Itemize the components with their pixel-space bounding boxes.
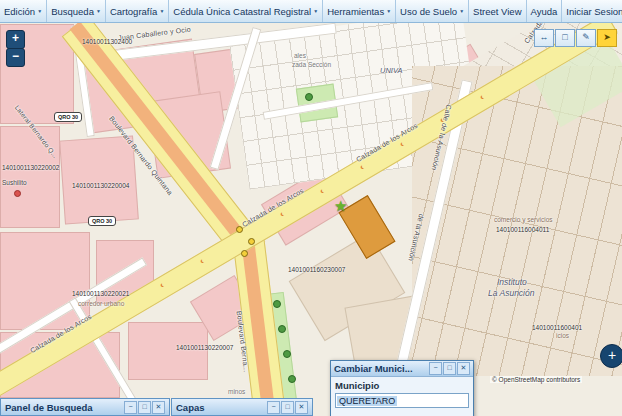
route-shield: QRO 30	[88, 216, 116, 226]
menu-label: Cédula Única Catastral Registral	[173, 6, 311, 17]
chevron-down-icon: ▼	[386, 8, 391, 14]
maximize-icon[interactable]: □	[443, 362, 456, 375]
place-label: UNIVA	[380, 66, 403, 75]
parcel-id-label: 1401001130220004	[72, 182, 129, 189]
maximize-icon[interactable]: □	[281, 401, 294, 414]
draw-tool-icon[interactable]: ✎	[576, 29, 596, 47]
panel-busqueda-bar[interactable]: Panel de Busqueda − □ ✕	[0, 398, 170, 416]
chevron-down-icon: ▼	[96, 8, 101, 14]
maximize-icon[interactable]: □	[138, 401, 151, 414]
place-label: La Asunción	[488, 288, 534, 298]
close-icon[interactable]: ✕	[152, 401, 165, 414]
chevron-down-icon: ▼	[459, 8, 464, 14]
parcel-id-label: 14010011600401	[532, 324, 582, 331]
tree-icon	[288, 375, 296, 383]
traffic-signal-icon	[241, 250, 248, 257]
parcel-id-label: 14010011302400	[82, 38, 132, 45]
menu-street-view[interactable]: Street View	[469, 0, 526, 22]
municipio-input[interactable]: QUERETARO	[335, 393, 469, 408]
cambiar-municipio-window: Cambiar Munici... − □ ✕ Municipio QUERET…	[330, 360, 474, 416]
window-titlebar[interactable]: Cambiar Munici... − □ ✕	[331, 361, 473, 377]
menu-label: Herramientas	[327, 6, 384, 17]
chevron-down-icon: ▼	[159, 8, 164, 14]
window-body: Municipio QUERETARO	[331, 377, 473, 410]
menu-iniciar-sesion[interactable]: Iniciar Sesion	[562, 0, 622, 22]
minimize-icon[interactable]: −	[429, 362, 442, 375]
menu-herramientas[interactable]: Herramientas▼	[323, 0, 396, 22]
menu-cedula-unica[interactable]: Cédula Única Catastral Registral▼	[169, 0, 323, 22]
tree-icon	[273, 300, 281, 308]
menu-cartografia[interactable]: Cartografía▼	[106, 0, 169, 22]
retail-block	[0, 126, 60, 228]
close-icon[interactable]: ✕	[295, 401, 308, 414]
menu-uso-de-suelo[interactable]: Uso de Suelo▼	[396, 0, 469, 22]
tree-icon	[305, 93, 313, 101]
menu-label: Ayuda	[531, 6, 558, 17]
close-icon[interactable]: ✕	[457, 362, 470, 375]
app-window: Edición▼ Busqueda▼ Cartografía▼ Cédula Ú…	[0, 0, 622, 416]
window-title: Cambiar Munici...	[334, 363, 428, 374]
menu-busqueda[interactable]: Busqueda▼	[47, 0, 106, 22]
traffic-signal-icon	[236, 226, 243, 233]
menu-edicion[interactable]: Edición▼	[0, 0, 47, 22]
menu-label: Cartografía	[110, 6, 158, 17]
route-shield: QRO 30	[54, 112, 82, 122]
landuse-label: corredor urbano	[78, 300, 124, 307]
place-fragment-label: icios	[556, 332, 569, 339]
minimize-icon[interactable]: −	[267, 401, 280, 414]
map-toolbar: ↔ □ ✎ ➤	[534, 29, 617, 47]
tree-icon	[278, 325, 286, 333]
place-fragment-label: ales	[294, 52, 306, 59]
retail-block	[59, 136, 139, 225]
parcel-id-label: 1401001160230007	[288, 266, 345, 273]
zoom-extent-tool-icon[interactable]: □	[555, 29, 575, 47]
parcel-id-label: 140100116004011	[496, 226, 549, 233]
place-fragment-label: zada Sección	[292, 61, 331, 68]
menu-label: Uso de Suelo	[400, 6, 457, 17]
tree-icon	[283, 350, 291, 358]
poi-label: Sushilito	[2, 179, 27, 186]
menu-ayuda[interactable]: Ayuda	[527, 0, 563, 22]
traffic-signal-icon	[248, 238, 255, 245]
parcel-id-label: 1401001130220007	[176, 344, 233, 351]
panel-title: Capas	[176, 402, 266, 413]
menu-label: Edición	[4, 6, 35, 17]
poi-marker-icon	[14, 190, 21, 197]
osm-attribution: © OpenStreetMap contributors	[490, 376, 582, 383]
expand-panel-button[interactable]: +	[600, 344, 622, 368]
zoom-out-button[interactable]: −	[6, 48, 25, 67]
menu-label: Busqueda	[51, 6, 94, 17]
selected-location-star: ★	[334, 198, 347, 213]
menu-label: Iniciar Sesion	[566, 6, 622, 17]
municipio-label: Municipio	[335, 380, 469, 391]
main-menu-bar: Edición▼ Busqueda▼ Cartografía▼ Cédula Ú…	[0, 0, 622, 23]
pan-tool-icon[interactable]: ↔	[534, 29, 554, 47]
menu-label: Street View	[473, 6, 521, 17]
place-label: Instituto	[497, 277, 527, 287]
parcel-id-label: 1401001130220021	[72, 290, 129, 297]
minimize-icon[interactable]: −	[124, 401, 137, 414]
panel-title: Panel de Busqueda	[5, 402, 123, 413]
place-fragment-label: minos	[228, 388, 245, 395]
parcel-id-label: 1401001130220002	[2, 164, 60, 171]
select-tool-icon[interactable]: ➤	[597, 29, 617, 47]
zoom-in-button[interactable]: +	[6, 30, 25, 49]
landuse-label: comercio y servicios	[494, 216, 553, 223]
chevron-down-icon: ▼	[313, 8, 318, 14]
chevron-down-icon: ▼	[37, 8, 42, 14]
municipio-value: QUERETARO	[337, 396, 397, 406]
panel-capas-bar[interactable]: Capas − □ ✕	[171, 398, 313, 416]
